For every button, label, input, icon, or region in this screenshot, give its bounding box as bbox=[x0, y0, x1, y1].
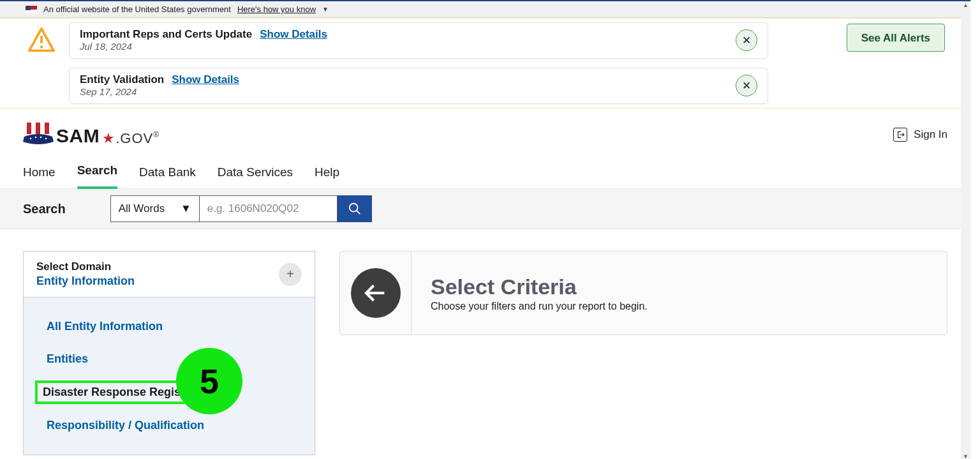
vertical-scrollbar[interactable]: ▲ ▼ bbox=[961, 1, 970, 459]
close-icon[interactable]: ✕ bbox=[736, 29, 757, 51]
sidebar-header: Select Domain Entity Information + bbox=[24, 252, 315, 297]
alert-title: Entity Validation bbox=[80, 73, 164, 86]
select-criteria-card: Select Criteria Choose your filters and … bbox=[339, 251, 947, 335]
search-input[interactable]: e.g. 1606N020Q02 bbox=[200, 195, 338, 222]
main-content: Select Domain Entity Information + All E… bbox=[0, 229, 970, 455]
svg-point-6 bbox=[35, 137, 37, 139]
us-flag-icon bbox=[26, 6, 37, 13]
domain-sidebar: Select Domain Entity Information + All E… bbox=[23, 251, 315, 455]
sidebar-body: All Entity Information Entities Disaster… bbox=[24, 297, 315, 455]
search-label: Search bbox=[23, 202, 66, 216]
svg-point-9 bbox=[349, 204, 357, 212]
warning-icon bbox=[27, 26, 56, 56]
alert-title: Important Reps and Certs Update bbox=[80, 28, 252, 41]
sidebar-item-entities[interactable]: Entities bbox=[24, 343, 315, 375]
sign-in-label: Sign In bbox=[914, 128, 947, 141]
nav-search[interactable]: Search bbox=[77, 163, 117, 189]
gov-banner-link[interactable]: Here's how you know bbox=[237, 4, 316, 14]
sidebar-item-responsibility[interactable]: Responsibility / Qualification bbox=[24, 409, 315, 442]
svg-rect-2 bbox=[27, 123, 31, 134]
svg-point-5 bbox=[30, 138, 32, 140]
alert-date: Sep 17, 2024 bbox=[80, 86, 239, 97]
search-bar: Search All Words ▼ e.g. 1606N020Q02 bbox=[0, 189, 970, 229]
svg-point-7 bbox=[40, 137, 42, 139]
search-mode-value: All Words bbox=[119, 202, 165, 215]
search-input-placeholder: e.g. 1606N020Q02 bbox=[207, 202, 299, 215]
sign-in-button[interactable]: Sign In bbox=[893, 128, 947, 142]
logo[interactable]: SAM ★.GOV® bbox=[23, 123, 160, 147]
svg-point-8 bbox=[45, 138, 47, 140]
plus-icon: + bbox=[286, 267, 294, 282]
alerts-region: Important Reps and Certs Update Show Det… bbox=[0, 18, 970, 109]
nav-data-bank[interactable]: Data Bank bbox=[139, 165, 196, 188]
svg-rect-4 bbox=[45, 123, 49, 134]
sidebar-header-label: Select Domain bbox=[36, 260, 135, 273]
alert-card: Important Reps and Certs Update Show Det… bbox=[69, 22, 768, 59]
site-header: SAM ★.GOV® Sign In bbox=[0, 109, 970, 158]
close-icon[interactable]: ✕ bbox=[736, 75, 757, 96]
svg-rect-3 bbox=[36, 123, 40, 134]
search-mode-select[interactable]: All Words ▼ bbox=[110, 195, 200, 222]
logo-text-main: SAM bbox=[56, 125, 100, 147]
criteria-subtitle: Choose your filters and run your report … bbox=[431, 301, 648, 312]
chevron-down-icon: ▼ bbox=[322, 6, 329, 13]
primary-nav: Home Search Data Bank Data Services Help bbox=[0, 158, 970, 189]
svg-point-1 bbox=[40, 45, 43, 49]
sign-in-icon bbox=[893, 128, 907, 142]
annotation-step-badge: 5 bbox=[176, 348, 242, 414]
see-all-alerts-button[interactable]: See All Alerts bbox=[847, 24, 945, 52]
alert-card: Entity Validation Show Details Sep 17, 2… bbox=[69, 68, 768, 104]
nav-home[interactable]: Home bbox=[23, 165, 56, 188]
sidebar-header-value[interactable]: Entity Information bbox=[36, 275, 135, 288]
scroll-down-icon[interactable]: ▼ bbox=[961, 453, 970, 459]
arrow-left-icon bbox=[363, 280, 389, 306]
criteria-title: Select Criteria bbox=[431, 275, 648, 299]
alert-show-details-link[interactable]: Show Details bbox=[172, 73, 239, 86]
search-icon bbox=[348, 202, 362, 216]
chevron-down-icon: ▼ bbox=[181, 202, 191, 215]
scroll-up-icon[interactable]: ▲ bbox=[961, 1, 970, 9]
sidebar-item-disaster-response[interactable]: Disaster Response Registry bbox=[43, 386, 195, 398]
sidebar-item-all-entity[interactable]: All Entity Information bbox=[24, 310, 315, 343]
expand-domain-button[interactable]: + bbox=[279, 263, 302, 286]
nav-data-services[interactable]: Data Services bbox=[218, 165, 293, 188]
logo-icon bbox=[23, 123, 55, 147]
alert-date: Jul 18, 2024 bbox=[80, 41, 327, 52]
logo-text-suffix: ★.GOV® bbox=[102, 130, 160, 147]
alert-show-details-link[interactable]: Show Details bbox=[260, 28, 327, 41]
svg-line-10 bbox=[356, 211, 360, 214]
back-button[interactable] bbox=[351, 268, 401, 318]
gov-banner: An official website of the United States… bbox=[0, 1, 970, 18]
nav-help[interactable]: Help bbox=[315, 165, 339, 188]
gov-banner-text: An official website of the United States… bbox=[43, 4, 231, 14]
search-button[interactable] bbox=[338, 195, 372, 222]
results-panel: Select Criteria Choose your filters and … bbox=[339, 251, 947, 455]
